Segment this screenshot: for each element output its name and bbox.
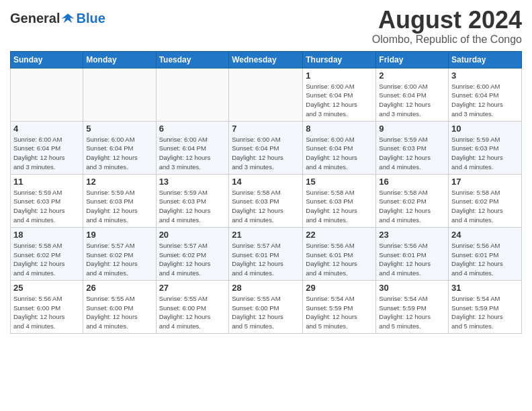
calendar-week-row: 4Sunrise: 6:00 AM Sunset: 6:04 PM Daylig… (11, 121, 522, 174)
calendar-cell: 6Sunrise: 6:00 AM Sunset: 6:04 PM Daylig… (156, 121, 229, 174)
header-monday: Monday (83, 51, 156, 68)
page-header: General Blue August 2024 Olombo, Republi… (10, 7, 522, 46)
calendar-cell (11, 68, 83, 121)
day-number: 9 (379, 124, 445, 134)
day-info: Sunrise: 6:00 AM Sunset: 6:04 PM Dayligh… (306, 82, 373, 119)
day-number: 18 (13, 230, 80, 240)
day-info: Sunrise: 6:00 AM Sunset: 6:04 PM Dayligh… (306, 135, 373, 172)
calendar-cell: 4Sunrise: 6:00 AM Sunset: 6:04 PM Daylig… (11, 121, 83, 174)
day-info: Sunrise: 5:58 AM Sunset: 6:02 PM Dayligh… (13, 241, 80, 278)
day-number: 23 (379, 230, 445, 240)
calendar-cell: 11Sunrise: 5:59 AM Sunset: 6:03 PM Dayli… (11, 174, 83, 227)
day-info: Sunrise: 6:00 AM Sunset: 6:04 PM Dayligh… (451, 82, 519, 119)
header-friday: Friday (376, 51, 449, 68)
calendar-cell: 23Sunrise: 5:56 AM Sunset: 6:01 PM Dayli… (376, 227, 449, 280)
calendar-cell: 5Sunrise: 6:00 AM Sunset: 6:04 PM Daylig… (83, 121, 156, 174)
location-subtitle: Olombo, Republic of the Congo (372, 34, 522, 46)
calendar-week-row: 1Sunrise: 6:00 AM Sunset: 6:04 PM Daylig… (11, 68, 522, 121)
day-info: Sunrise: 5:56 AM Sunset: 6:00 PM Dayligh… (13, 294, 80, 331)
day-number: 17 (451, 177, 519, 187)
logo-general: General (10, 11, 60, 26)
header-saturday: Saturday (449, 51, 522, 68)
day-number: 29 (306, 283, 373, 293)
day-info: Sunrise: 5:55 AM Sunset: 6:00 PM Dayligh… (232, 294, 300, 331)
day-info: Sunrise: 5:59 AM Sunset: 6:03 PM Dayligh… (379, 135, 445, 172)
day-number: 20 (159, 230, 226, 240)
day-number: 8 (306, 124, 373, 134)
calendar-cell (83, 68, 156, 121)
calendar-cell: 29Sunrise: 5:54 AM Sunset: 5:59 PM Dayli… (303, 280, 376, 333)
logo: General Blue (10, 11, 105, 26)
day-number: 30 (379, 283, 445, 293)
day-number: 27 (159, 283, 226, 293)
day-info: Sunrise: 5:57 AM Sunset: 6:01 PM Dayligh… (232, 241, 300, 278)
day-number: 5 (86, 124, 152, 134)
day-number: 1 (306, 71, 373, 81)
calendar-cell: 18Sunrise: 5:58 AM Sunset: 6:02 PM Dayli… (11, 227, 83, 280)
calendar-cell: 21Sunrise: 5:57 AM Sunset: 6:01 PM Dayli… (229, 227, 303, 280)
day-info: Sunrise: 5:58 AM Sunset: 6:02 PM Dayligh… (451, 188, 519, 225)
calendar-header-row: SundayMondayTuesdayWednesdayThursdayFrid… (11, 51, 522, 68)
calendar-week-row: 25Sunrise: 5:56 AM Sunset: 6:00 PM Dayli… (11, 280, 522, 333)
title-area: August 2024 Olombo, Republic of the Cong… (372, 7, 522, 46)
calendar-week-row: 11Sunrise: 5:59 AM Sunset: 6:03 PM Dayli… (11, 174, 522, 227)
calendar-cell: 19Sunrise: 5:57 AM Sunset: 6:02 PM Dayli… (83, 227, 156, 280)
day-info: Sunrise: 5:55 AM Sunset: 6:00 PM Dayligh… (86, 294, 152, 331)
day-number: 6 (159, 124, 226, 134)
day-info: Sunrise: 5:59 AM Sunset: 6:03 PM Dayligh… (13, 188, 80, 225)
day-number: 21 (232, 230, 300, 240)
day-number: 25 (13, 283, 80, 293)
calendar-cell: 7Sunrise: 6:00 AM Sunset: 6:04 PM Daylig… (229, 121, 303, 174)
calendar-cell: 17Sunrise: 5:58 AM Sunset: 6:02 PM Dayli… (449, 174, 522, 227)
day-number: 28 (232, 283, 300, 293)
calendar-cell: 20Sunrise: 5:57 AM Sunset: 6:02 PM Dayli… (156, 227, 229, 280)
day-info: Sunrise: 5:58 AM Sunset: 6:03 PM Dayligh… (232, 188, 300, 225)
calendar-cell: 15Sunrise: 5:58 AM Sunset: 6:03 PM Dayli… (303, 174, 376, 227)
calendar-table: SundayMondayTuesdayWednesdayThursdayFrid… (10, 51, 522, 334)
day-info: Sunrise: 6:00 AM Sunset: 6:04 PM Dayligh… (159, 135, 226, 172)
calendar-cell: 24Sunrise: 5:56 AM Sunset: 6:01 PM Dayli… (449, 227, 522, 280)
day-number: 4 (13, 124, 80, 134)
day-info: Sunrise: 5:57 AM Sunset: 6:02 PM Dayligh… (86, 241, 152, 278)
day-number: 2 (379, 71, 445, 81)
calendar-cell: 14Sunrise: 5:58 AM Sunset: 6:03 PM Dayli… (229, 174, 303, 227)
day-info: Sunrise: 6:00 AM Sunset: 6:04 PM Dayligh… (379, 82, 445, 119)
calendar-cell: 12Sunrise: 5:59 AM Sunset: 6:03 PM Dayli… (83, 174, 156, 227)
calendar-cell: 8Sunrise: 6:00 AM Sunset: 6:04 PM Daylig… (303, 121, 376, 174)
calendar-cell: 25Sunrise: 5:56 AM Sunset: 6:00 PM Dayli… (11, 280, 83, 333)
day-info: Sunrise: 5:56 AM Sunset: 6:01 PM Dayligh… (451, 241, 519, 278)
calendar-cell: 9Sunrise: 5:59 AM Sunset: 6:03 PM Daylig… (376, 121, 449, 174)
header-thursday: Thursday (303, 51, 376, 68)
calendar-cell: 27Sunrise: 5:55 AM Sunset: 6:00 PM Dayli… (156, 280, 229, 333)
day-info: Sunrise: 6:00 AM Sunset: 6:04 PM Dayligh… (86, 135, 152, 172)
day-number: 14 (232, 177, 300, 187)
day-number: 22 (306, 230, 373, 240)
day-number: 11 (13, 177, 80, 187)
day-info: Sunrise: 5:58 AM Sunset: 6:02 PM Dayligh… (379, 188, 445, 225)
logo-blue: Blue (76, 11, 105, 26)
calendar-cell (229, 68, 303, 121)
header-tuesday: Tuesday (156, 51, 229, 68)
day-info: Sunrise: 5:59 AM Sunset: 6:03 PM Dayligh… (86, 188, 152, 225)
svg-marker-0 (62, 13, 75, 23)
calendar-cell: 28Sunrise: 5:55 AM Sunset: 6:00 PM Dayli… (229, 280, 303, 333)
day-number: 24 (451, 230, 519, 240)
day-number: 26 (86, 283, 152, 293)
calendar-cell: 1Sunrise: 6:00 AM Sunset: 6:04 PM Daylig… (303, 68, 376, 121)
calendar-cell: 16Sunrise: 5:58 AM Sunset: 6:02 PM Dayli… (376, 174, 449, 227)
month-year-title: August 2024 (372, 7, 522, 34)
calendar-week-row: 18Sunrise: 5:58 AM Sunset: 6:02 PM Dayli… (11, 227, 522, 280)
day-number: 16 (379, 177, 445, 187)
calendar-cell: 30Sunrise: 5:54 AM Sunset: 5:59 PM Dayli… (376, 280, 449, 333)
calendar-cell: 13Sunrise: 5:59 AM Sunset: 6:03 PM Dayli… (156, 174, 229, 227)
calendar-cell: 31Sunrise: 5:54 AM Sunset: 5:59 PM Dayli… (449, 280, 522, 333)
day-number: 10 (451, 124, 519, 134)
day-info: Sunrise: 5:58 AM Sunset: 6:03 PM Dayligh… (306, 188, 373, 225)
calendar-cell: 3Sunrise: 6:00 AM Sunset: 6:04 PM Daylig… (449, 68, 522, 121)
calendar-cell: 2Sunrise: 6:00 AM Sunset: 6:04 PM Daylig… (376, 68, 449, 121)
header-wednesday: Wednesday (229, 51, 303, 68)
day-info: Sunrise: 5:54 AM Sunset: 5:59 PM Dayligh… (379, 294, 445, 331)
calendar-cell: 10Sunrise: 5:59 AM Sunset: 6:03 PM Dayli… (449, 121, 522, 174)
day-number: 7 (232, 124, 300, 134)
day-number: 15 (306, 177, 373, 187)
